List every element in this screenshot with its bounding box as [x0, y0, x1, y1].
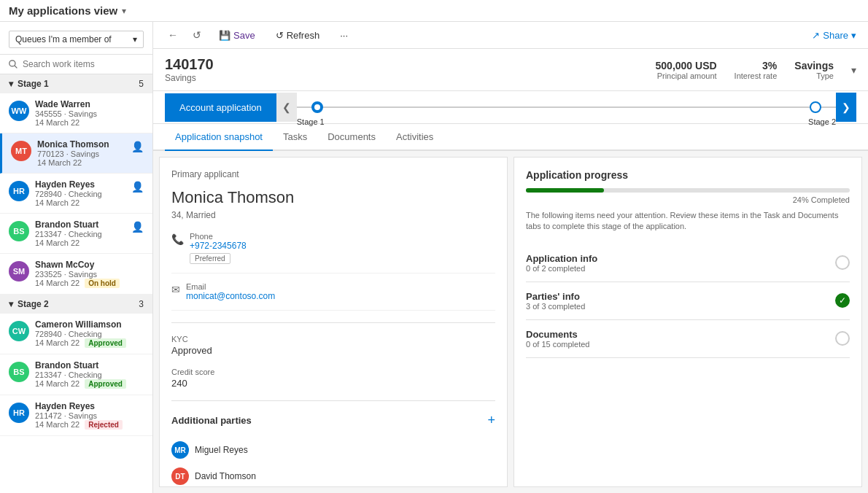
email-row: ✉ Email monicat@contoso.com — [171, 282, 495, 311]
primary-applicant-label: Primary applicant — [171, 169, 495, 179]
panels: Primary applicant Monica Thomson 34, Mar… — [153, 151, 868, 493]
sidebar-items: ▾ Stage 1 5 WW Wade Warren 345555 · Savi… — [0, 74, 152, 493]
share-chevron: ▾ — [851, 30, 856, 41]
progress-note: The following items need your attention.… — [526, 210, 850, 233]
list-item[interactable]: SM Shawn McCoy 233525 · Savings 14 March… — [0, 254, 152, 295]
progress-title: Application progress — [526, 169, 850, 181]
page-title: My applications view — [9, 4, 117, 17]
progress-item-docs: Documents 0 of 15 completed — [526, 320, 850, 358]
record-meta: 500,000 USD Principal amount 3% Interest… — [656, 60, 856, 80]
list-item[interactable]: HR Hayden Reyes 728940 · Checking 14 Mar… — [0, 174, 152, 214]
progress-circle-docs — [835, 331, 850, 346]
progress-circle-appinfo — [835, 255, 850, 270]
phone-value[interactable]: +972-2345678 — [190, 241, 247, 251]
search-icon — [9, 60, 18, 69]
record-id: 140170 — [165, 56, 214, 73]
list-item[interactable]: BS Brandon Stuart 213347 · Checking 14 M… — [0, 354, 152, 395]
forward-button[interactable]: ↺ — [190, 26, 204, 44]
refresh-label: Refresh — [287, 30, 320, 41]
tab-documents[interactable]: Documents — [317, 124, 386, 151]
person-icon: 👤 — [131, 141, 144, 152]
stage1-header[interactable]: ▾ Stage 1 5 — [0, 74, 152, 93]
savings-label: Type — [794, 71, 834, 80]
progress-item-parties: Parties' info 3 of 3 completed ✓ — [526, 282, 850, 320]
avatar: HR — [9, 181, 29, 201]
svg-point-0 — [9, 60, 15, 66]
back-button[interactable]: ← — [165, 26, 181, 44]
tabs: Application snapshot Tasks Documents Act… — [153, 124, 868, 151]
refresh-icon: ↺ — [276, 30, 284, 41]
principal-label: Principal amount — [656, 71, 717, 80]
progress-item-appinfo: Application info 0 of 2 completed — [526, 244, 850, 282]
email-label: Email — [186, 282, 275, 291]
meta-chevron[interactable]: ▾ — [851, 64, 856, 76]
record-type: Savings — [165, 73, 214, 83]
stage-left-arrow[interactable]: ❮ — [276, 93, 297, 122]
check-icon: ✓ — [839, 295, 846, 306]
additional-parties-header: Additional parties + — [171, 413, 495, 428]
avatar: SM — [9, 261, 29, 282]
page-title-chevron[interactable]: ▾ — [122, 6, 126, 16]
search-input[interactable] — [23, 59, 144, 69]
stage-progress: Account application ❮ Stage 1 Stage 2 — [153, 91, 868, 124]
tab-tasks[interactable]: Tasks — [273, 124, 317, 151]
stage2-node: Stage 2 — [810, 101, 821, 113]
queue-dropdown[interactable]: Queues I'm a member of ▾ — [9, 31, 144, 48]
applicant-sub: 34, Married — [171, 210, 495, 220]
more-button[interactable]: ··· — [334, 27, 354, 44]
top-bar: My applications view ▾ — [0, 0, 868, 22]
stage1-label: Stage 1 — [297, 117, 325, 126]
share-button[interactable]: ↗ Share ▾ — [812, 30, 856, 41]
interest-rate: 3% — [735, 60, 778, 71]
right-panel: Application progress 24% Completed The f… — [514, 157, 862, 487]
kyc-label: KYC — [171, 335, 495, 343]
stage2-header[interactable]: ▾ Stage 2 3 — [0, 295, 152, 314]
email-value[interactable]: monicat@contoso.com — [186, 291, 275, 301]
stage1-label: Stage 1 — [18, 79, 49, 89]
save-button[interactable]: 💾 Save — [213, 27, 261, 44]
stage-track: Stage 1 Stage 2 — [297, 91, 836, 123]
divider — [171, 322, 495, 323]
tab-activities[interactable]: Activities — [386, 124, 443, 151]
party-name: David Thomson — [195, 471, 256, 481]
stage2-chevron: ▾ — [9, 299, 13, 309]
preferred-badge: Preferred — [190, 253, 230, 264]
phone-icon: 📞 — [171, 233, 184, 245]
credit-value: 240 — [171, 378, 495, 389]
applicant-name: Monica Thomson — [171, 188, 495, 207]
progress-pct: 24% Completed — [526, 195, 850, 204]
avatar: HR — [9, 403, 29, 423]
left-panel: Primary applicant Monica Thomson 34, Mar… — [159, 157, 508, 487]
tab-application-snapshot[interactable]: Application snapshot — [165, 124, 273, 151]
refresh-button[interactable]: ↺ Refresh — [270, 27, 326, 44]
email-icon: ✉ — [171, 284, 180, 295]
phone-row: 📞 Phone +972-2345678 Preferred — [171, 232, 495, 273]
list-item[interactable]: WW Wade Warren 345555 · Savings 14 March… — [0, 93, 152, 133]
queue-section: Queues I'm a member of ▾ — [0, 22, 152, 55]
party-avatar: DT — [171, 467, 189, 485]
list-item-active[interactable]: MT Monica Thomson 770123 · Savings 14 Ma… — [0, 133, 152, 174]
more-label: ··· — [340, 30, 348, 41]
queue-chevron: ▾ — [133, 34, 137, 44]
list-item[interactable]: CW Cameron Williamson 728940 · Checking … — [0, 314, 152, 354]
avatar: BS — [9, 221, 29, 241]
phone-label: Phone — [190, 232, 247, 241]
interest-label: Interest rate — [735, 71, 778, 80]
additional-parties-title: Additional parties — [171, 415, 252, 426]
add-party-button[interactable]: + — [487, 413, 495, 428]
stage1-chevron: ▾ — [9, 79, 13, 89]
kyc-value: Approved — [171, 345, 495, 356]
account-application-button[interactable]: Account application — [165, 93, 276, 122]
party-avatar: MR — [171, 441, 189, 459]
share-icon: ↗ — [812, 30, 820, 41]
list-item[interactable]: HR Hayden Reyes 211472 · Savings 14 Marc… — [0, 395, 152, 436]
content-area: ← ↺ 💾 Save ↺ Refresh ··· ↗ Share ▾ 14017… — [153, 22, 868, 493]
stage-right-arrow[interactable]: ❯ — [836, 93, 856, 122]
stage2-count: 3 — [139, 299, 144, 309]
list-item[interactable]: BS Brandon Stuart 213347 · Checking 14 M… — [0, 214, 152, 254]
record-header: 140170 Savings 500,000 USD Principal amo… — [153, 49, 868, 91]
stage1-circle — [311, 101, 323, 113]
status-badge: On hold — [85, 279, 120, 288]
stage1-node: Stage 1 — [311, 101, 323, 113]
party-name: Miguel Reyes — [195, 445, 248, 455]
